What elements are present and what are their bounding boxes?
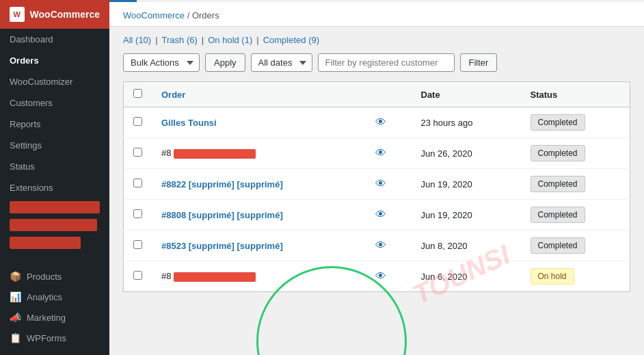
content-area: All (10) | Trash (6) | On hold (1) | Com… (109, 27, 644, 355)
order-date: Jun 19, 2020 (412, 169, 521, 200)
status-badge: Completed (531, 145, 585, 161)
sidebar-item-settings[interactable]: Settings (0, 135, 109, 156)
order-link[interactable]: #8822 [supprimé] [supprimé] (161, 179, 283, 189)
products-icon: 📦 (10, 271, 21, 282)
order-date: Jun 6, 2020 (412, 261, 521, 292)
col-header-check (124, 82, 152, 107)
sidebar-item-extensions[interactable]: Extensions (0, 177, 109, 198)
customer-filter-input[interactable] (318, 53, 455, 72)
breadcrumb-parent-link[interactable]: WooCommerce (123, 10, 185, 21)
customers-label: Customers (10, 98, 53, 108)
filter-button[interactable]: Filter (460, 53, 498, 72)
tab-sep-2: | (202, 35, 204, 45)
status-badge: Completed (531, 207, 585, 223)
tab-sep-3: | (256, 35, 258, 45)
wpforms-label: WPForms (27, 333, 66, 343)
reports-label: Reports (10, 119, 41, 129)
wpforms-icon: 📋 (10, 332, 21, 343)
sidebar-item-products[interactable]: 📦 Products (0, 266, 109, 287)
row-checkbox[interactable] (133, 209, 142, 218)
order-date: 23 hours ago (412, 107, 521, 138)
sidebar-item-orders[interactable]: Orders (0, 50, 109, 71)
sidebar-red-block-2 (10, 219, 97, 231)
order-id-prefix: #8 (161, 271, 171, 281)
status-badge: On hold (531, 268, 574, 285)
orders-table: Order Date Status Gilles Tounsi👁23 hours… (123, 81, 630, 292)
breadcrumb-separator: / (187, 10, 192, 21)
dashboard-label: Dashboard (10, 34, 53, 44)
view-order-icon[interactable]: 👁 (375, 116, 386, 128)
table-row: #8👁Jun 6, 2020On hold (124, 261, 630, 292)
col-header-status: Status (521, 82, 630, 107)
sidebar-item-analytics[interactable]: 📊 Analytics (0, 287, 109, 307)
select-all-checkbox[interactable] (133, 89, 142, 98)
row-checkbox[interactable] (133, 271, 142, 280)
order-link[interactable]: Gilles Tounsi (161, 118, 217, 128)
tab-sep-1: | (155, 35, 157, 45)
status-badge: Completed (531, 114, 585, 131)
col-header-eye (366, 82, 412, 107)
tab-onhold[interactable]: On hold (1) (208, 35, 252, 45)
main-content: WooCommerce / Orders All (10) | Trash (6… (109, 0, 644, 355)
table-row: #8👁Jun 26, 2020Completed (124, 138, 630, 169)
sidebar-bottom: 📦 Products 📊 Analytics 📣 Marketing 📋 WPF… (0, 266, 109, 355)
tab-all[interactable]: All (10) (123, 35, 151, 45)
table-row: #8822 [supprimé] [supprimé]👁Jun 19, 2020… (124, 169, 630, 200)
order-link[interactable]: #8808 [supprimé] [supprimé] (161, 210, 283, 220)
view-order-icon[interactable]: 👁 (375, 270, 386, 282)
status-label: Status (10, 161, 35, 172)
marketing-label: Marketing (27, 313, 66, 323)
col-header-order[interactable]: Order (152, 82, 366, 107)
sidebar-item-marketing[interactable]: 📣 Marketing (0, 307, 109, 328)
order-date: Jun 8, 2020 (412, 231, 521, 261)
col-header-date: Date (412, 82, 521, 107)
view-order-icon[interactable]: 👁 (375, 239, 386, 251)
table-row: Gilles Tounsi👁23 hours agoCompleted (124, 107, 630, 138)
row-checkbox[interactable] (133, 179, 142, 187)
breadcrumb: WooCommerce / Orders (109, 2, 644, 27)
row-checkbox[interactable] (133, 117, 142, 126)
view-order-icon[interactable]: 👁 (375, 178, 386, 189)
sidebar-item-customers[interactable]: Customers (0, 92, 109, 114)
all-dates-select[interactable]: All dates (251, 53, 312, 72)
woocustomizer-label: WooCustomizer (10, 77, 72, 87)
sidebar-item-wpforms[interactable]: 📋 WPForms (0, 328, 109, 348)
toolbar: Bulk Actions Apply All dates Filter (123, 53, 630, 72)
tab-completed[interactable]: Completed (9) (263, 35, 319, 45)
status-badge: Completed (531, 237, 585, 254)
order-date: Jun 26, 2020 (412, 138, 521, 169)
view-order-icon[interactable]: 👁 (375, 209, 386, 220)
order-tabs: All (10) | Trash (6) | On hold (1) | Com… (123, 35, 630, 45)
row-checkbox[interactable] (133, 240, 142, 249)
sidebar-brand-name: WooCommerce (30, 9, 100, 20)
table-row: #8808 [supprimé] [supprimé]👁Jun 19, 2020… (124, 200, 630, 231)
sidebar: W WooCommerce Dashboard Orders WooCustom… (0, 0, 109, 355)
sidebar-item-woocustomizer[interactable]: WooCustomizer (0, 71, 109, 92)
analytics-icon: 📊 (10, 291, 21, 302)
sidebar-red-block-3 (10, 237, 81, 249)
row-checkbox[interactable] (133, 148, 142, 157)
view-order-icon[interactable]: 👁 (375, 147, 386, 159)
sidebar-item-reports[interactable]: Reports (0, 114, 109, 135)
sidebar-item-dashboard[interactable]: Dashboard (0, 29, 109, 50)
order-link[interactable]: #8523 [supprimé] [supprimé] (161, 241, 283, 251)
marketing-icon: 📣 (10, 312, 21, 323)
bulk-actions-select[interactable]: Bulk Actions (123, 53, 200, 72)
order-date: Jun 19, 2020 (412, 200, 521, 231)
order-redacted-block (174, 272, 256, 282)
extensions-label: Extensions (10, 183, 53, 193)
tab-trash[interactable]: Trash (6) (162, 35, 198, 45)
products-label: Products (27, 272, 62, 282)
table-container: Order Date Status Gilles Tounsi👁23 hours… (123, 81, 630, 292)
sidebar-item-status[interactable]: Status (0, 156, 109, 177)
orders-label: Orders (10, 55, 39, 66)
woocommerce-logo-icon: W (10, 7, 25, 22)
sidebar-red-block-1 (10, 201, 100, 213)
status-badge: Completed (531, 176, 585, 192)
sidebar-logo[interactable]: W WooCommerce (0, 0, 109, 29)
settings-label: Settings (10, 140, 42, 150)
order-redacted-block (174, 149, 256, 159)
table-row: #8523 [supprimé] [supprimé]👁Jun 8, 2020C… (124, 231, 630, 261)
breadcrumb-current: Orders (192, 10, 219, 21)
apply-button[interactable]: Apply (205, 53, 245, 72)
